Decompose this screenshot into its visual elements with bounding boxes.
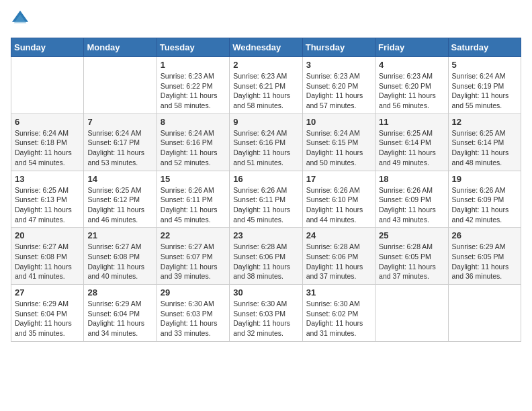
calendar-week-4: 20Sunrise: 6:27 AM Sunset: 6:08 PM Dayli… xyxy=(11,228,521,285)
day-info: Sunrise: 6:24 AM Sunset: 6:17 PM Dayligh… xyxy=(87,128,152,168)
day-header-wednesday: Wednesday xyxy=(230,38,302,57)
calendar-cell: 5Sunrise: 6:24 AM Sunset: 6:19 PM Daylig… xyxy=(448,57,521,114)
day-number: 12 xyxy=(452,117,517,127)
calendar-cell: 17Sunrise: 6:26 AM Sunset: 6:10 PM Dayli… xyxy=(302,171,375,228)
calendar-week-2: 6Sunrise: 6:24 AM Sunset: 6:18 PM Daylig… xyxy=(11,113,521,171)
day-header-sunday: Sunday xyxy=(11,38,84,57)
calendar-cell: 20Sunrise: 6:27 AM Sunset: 6:08 PM Dayli… xyxy=(11,228,84,285)
calendar-cell: 29Sunrise: 6:30 AM Sunset: 6:03 PM Dayli… xyxy=(157,285,229,342)
calendar-table: SundayMondayTuesdayWednesdayThursdayFrid… xyxy=(11,38,521,342)
day-number: 30 xyxy=(233,287,298,298)
calendar-cell: 22Sunrise: 6:27 AM Sunset: 6:07 PM Dayli… xyxy=(157,228,229,285)
calendar-cell: 23Sunrise: 6:28 AM Sunset: 6:06 PM Dayli… xyxy=(230,228,302,285)
calendar-cell: 30Sunrise: 6:30 AM Sunset: 6:03 PM Dayli… xyxy=(230,285,302,342)
day-info: Sunrise: 6:30 AM Sunset: 6:03 PM Dayligh… xyxy=(161,299,226,338)
day-number: 1 xyxy=(161,60,226,70)
day-info: Sunrise: 6:30 AM Sunset: 6:03 PM Dayligh… xyxy=(233,299,298,338)
calendar-cell: 12Sunrise: 6:25 AM Sunset: 6:14 PM Dayli… xyxy=(448,113,521,171)
calendar-cell xyxy=(84,57,157,114)
day-number: 25 xyxy=(379,230,444,240)
day-info: Sunrise: 6:27 AM Sunset: 6:08 PM Dayligh… xyxy=(15,242,80,281)
day-info: Sunrise: 6:24 AM Sunset: 6:16 PM Dayligh… xyxy=(161,128,226,168)
day-info: Sunrise: 6:25 AM Sunset: 6:12 PM Dayligh… xyxy=(87,185,152,225)
calendar-cell: 27Sunrise: 6:29 AM Sunset: 6:04 PM Dayli… xyxy=(11,285,84,342)
day-info: Sunrise: 6:25 AM Sunset: 6:13 PM Dayligh… xyxy=(15,185,80,225)
day-number: 3 xyxy=(306,60,371,70)
calendar-cell: 1Sunrise: 6:23 AM Sunset: 6:22 PM Daylig… xyxy=(157,57,229,114)
calendar-cell: 21Sunrise: 6:27 AM Sunset: 6:08 PM Dayli… xyxy=(84,228,157,285)
day-number: 23 xyxy=(233,230,298,240)
day-number: 16 xyxy=(233,174,298,184)
calendar-cell: 6Sunrise: 6:24 AM Sunset: 6:18 PM Daylig… xyxy=(11,113,84,171)
calendar-cell: 8Sunrise: 6:24 AM Sunset: 6:16 PM Daylig… xyxy=(157,113,229,171)
day-number: 21 xyxy=(87,230,152,240)
calendar-week-3: 13Sunrise: 6:25 AM Sunset: 6:13 PM Dayli… xyxy=(11,171,521,228)
day-info: Sunrise: 6:24 AM Sunset: 6:15 PM Dayligh… xyxy=(306,128,371,168)
day-info: Sunrise: 6:23 AM Sunset: 6:22 PM Dayligh… xyxy=(161,71,226,111)
day-number: 15 xyxy=(161,174,226,184)
calendar-cell: 26Sunrise: 6:29 AM Sunset: 6:05 PM Dayli… xyxy=(448,228,521,285)
day-number: 14 xyxy=(87,174,152,184)
day-number: 31 xyxy=(306,287,371,298)
day-info: Sunrise: 6:29 AM Sunset: 6:04 PM Dayligh… xyxy=(87,299,152,338)
calendar-cell: 2Sunrise: 6:23 AM Sunset: 6:21 PM Daylig… xyxy=(230,57,302,114)
day-info: Sunrise: 6:28 AM Sunset: 6:06 PM Dayligh… xyxy=(306,242,371,281)
day-info: Sunrise: 6:29 AM Sunset: 6:04 PM Dayligh… xyxy=(15,299,80,338)
day-number: 28 xyxy=(87,287,152,298)
calendar-cell: 19Sunrise: 6:26 AM Sunset: 6:09 PM Dayli… xyxy=(448,171,521,228)
calendar-header-row: SundayMondayTuesdayWednesdayThursdayFrid… xyxy=(11,38,521,57)
day-number: 5 xyxy=(452,60,517,70)
day-info: Sunrise: 6:24 AM Sunset: 6:16 PM Dayligh… xyxy=(233,128,298,168)
logo xyxy=(11,11,32,30)
day-info: Sunrise: 6:27 AM Sunset: 6:07 PM Dayligh… xyxy=(161,242,226,281)
day-info: Sunrise: 6:26 AM Sunset: 6:09 PM Dayligh… xyxy=(379,185,444,225)
calendar-cell: 15Sunrise: 6:26 AM Sunset: 6:11 PM Dayli… xyxy=(157,171,229,228)
day-number: 13 xyxy=(15,174,80,184)
day-number: 24 xyxy=(306,230,371,240)
day-info: Sunrise: 6:24 AM Sunset: 6:18 PM Dayligh… xyxy=(15,128,80,168)
day-number: 8 xyxy=(161,117,226,127)
calendar-week-5: 27Sunrise: 6:29 AM Sunset: 6:04 PM Dayli… xyxy=(11,285,521,342)
day-number: 11 xyxy=(379,117,444,127)
day-info: Sunrise: 6:27 AM Sunset: 6:08 PM Dayligh… xyxy=(87,242,152,281)
calendar-cell: 4Sunrise: 6:23 AM Sunset: 6:20 PM Daylig… xyxy=(375,57,448,114)
day-header-tuesday: Tuesday xyxy=(157,38,229,57)
day-number: 17 xyxy=(306,174,371,184)
day-info: Sunrise: 6:26 AM Sunset: 6:09 PM Dayligh… xyxy=(452,185,517,225)
calendar-cell: 28Sunrise: 6:29 AM Sunset: 6:04 PM Dayli… xyxy=(84,285,157,342)
calendar-cell: 16Sunrise: 6:26 AM Sunset: 6:11 PM Dayli… xyxy=(230,171,302,228)
day-number: 4 xyxy=(379,60,444,70)
day-info: Sunrise: 6:23 AM Sunset: 6:21 PM Dayligh… xyxy=(233,71,298,111)
day-number: 10 xyxy=(306,117,371,127)
day-info: Sunrise: 6:28 AM Sunset: 6:06 PM Dayligh… xyxy=(233,242,298,281)
calendar-cell: 11Sunrise: 6:25 AM Sunset: 6:14 PM Dayli… xyxy=(375,113,448,171)
day-info: Sunrise: 6:26 AM Sunset: 6:11 PM Dayligh… xyxy=(233,185,298,225)
day-header-thursday: Thursday xyxy=(302,38,375,57)
day-info: Sunrise: 6:23 AM Sunset: 6:20 PM Dayligh… xyxy=(306,71,371,111)
calendar-cell: 25Sunrise: 6:28 AM Sunset: 6:05 PM Dayli… xyxy=(375,228,448,285)
day-info: Sunrise: 6:28 AM Sunset: 6:05 PM Dayligh… xyxy=(379,242,444,281)
calendar-cell: 10Sunrise: 6:24 AM Sunset: 6:15 PM Dayli… xyxy=(302,113,375,171)
day-info: Sunrise: 6:25 AM Sunset: 6:14 PM Dayligh… xyxy=(452,128,517,168)
day-number: 2 xyxy=(233,60,298,70)
day-number: 9 xyxy=(233,117,298,127)
page-header xyxy=(11,11,521,30)
day-info: Sunrise: 6:29 AM Sunset: 6:05 PM Dayligh… xyxy=(452,242,517,281)
calendar-cell: 18Sunrise: 6:26 AM Sunset: 6:09 PM Dayli… xyxy=(375,171,448,228)
day-info: Sunrise: 6:25 AM Sunset: 6:14 PM Dayligh… xyxy=(379,128,444,168)
calendar-cell: 9Sunrise: 6:24 AM Sunset: 6:16 PM Daylig… xyxy=(230,113,302,171)
day-number: 22 xyxy=(161,230,226,240)
calendar-cell: 24Sunrise: 6:28 AM Sunset: 6:06 PM Dayli… xyxy=(302,228,375,285)
day-number: 6 xyxy=(15,117,80,127)
calendar-cell: 3Sunrise: 6:23 AM Sunset: 6:20 PM Daylig… xyxy=(302,57,375,114)
calendar-cell: 7Sunrise: 6:24 AM Sunset: 6:17 PM Daylig… xyxy=(84,113,157,171)
day-info: Sunrise: 6:23 AM Sunset: 6:20 PM Dayligh… xyxy=(379,71,444,111)
calendar-cell xyxy=(375,285,448,342)
day-info: Sunrise: 6:30 AM Sunset: 6:02 PM Dayligh… xyxy=(306,299,371,338)
calendar-week-1: 1Sunrise: 6:23 AM Sunset: 6:22 PM Daylig… xyxy=(11,57,521,114)
calendar-cell: 31Sunrise: 6:30 AM Sunset: 6:02 PM Dayli… xyxy=(302,285,375,342)
day-number: 20 xyxy=(15,230,80,240)
day-number: 29 xyxy=(161,287,226,298)
calendar-cell: 14Sunrise: 6:25 AM Sunset: 6:12 PM Dayli… xyxy=(84,171,157,228)
logo-icon xyxy=(11,9,30,28)
